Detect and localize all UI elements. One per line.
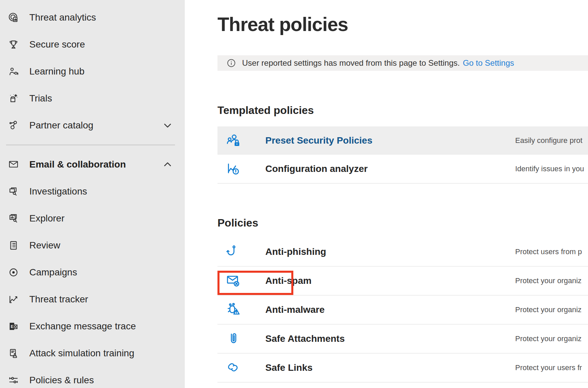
sidebar-item-label: Threat analytics [29,12,96,23]
sidebar-item-policies-rules[interactable]: Policies & rules [0,367,185,388]
policy-description: Protect your users fr [515,363,588,372]
investigations-icon [7,185,20,198]
section-heading-policies: Policies [217,217,588,229]
threat-analytics-icon [7,11,20,24]
safe-attachments-icon [217,331,265,347]
sidebar-item-trials[interactable]: Trials [0,85,185,112]
sidebar-item-label: Campaigns [29,267,77,278]
policy-row-preset-security-policies[interactable]: Preset Security Policies Easily configur… [217,126,588,155]
sidebar-item-learning-hub[interactable]: Learning hub [0,58,185,85]
anti-malware-icon [217,302,265,318]
attack-simulation-training-icon [7,347,20,359]
configuration-analyzer-icon [217,161,265,177]
section-heading-templated-policies: Templated policies [217,105,588,116]
policies-rules-icon [7,374,20,386]
policy-description: Protect your organiz [515,305,588,314]
secure-score-icon [7,38,20,51]
policy-row-anti-spam[interactable]: Anti-spam Protect your organiz [217,267,588,296]
policies-rows: Anti-phishing Protect users from p Anti-… [217,238,588,383]
anti-phishing-icon [217,244,265,260]
policy-title: Anti-phishing [265,246,515,257]
chevron-up-icon [163,159,173,170]
sidebar-item-label: Secure score [29,39,85,50]
sidebar-item-email-collaboration[interactable]: Email & collaboration [0,151,185,178]
sidebar-item-threat-analytics[interactable]: Threat analytics [0,4,185,31]
policy-description: Identify issues in you [515,165,588,173]
policy-title: Configuration analyzer [265,163,515,174]
sidebar-divider [6,145,175,145]
sidebar-item-exchange-message-trace[interactable]: E Exchange message trace [0,313,185,340]
sidebar-nav: Threat analytics Secure score Learning h… [0,0,185,388]
policy-row-anti-phishing[interactable]: Anti-phishing Protect users from p [217,238,588,267]
sidebar-item-label: Threat tracker [29,294,88,305]
email-collaboration-icon [7,158,20,171]
review-icon [7,239,20,251]
sidebar-item-label: Policies & rules [29,375,94,386]
info-icon [226,58,236,68]
policy-title: Preset Security Policies [265,135,515,146]
partner-catalog-icon [7,119,20,131]
main-content: Threat policies User reported settings h… [185,0,588,388]
policy-row-safe-attachments[interactable]: Safe Attachments Protect your organiz [217,325,588,354]
info-banner: User reported settings has moved from th… [217,55,588,71]
threat-tracker-icon [7,293,20,305]
policy-description: Protect your organiz [515,276,588,285]
sidebar-item-secure-score[interactable]: Secure score [0,31,185,58]
sidebar-item-campaigns[interactable]: Campaigns [0,259,185,286]
sidebar-item-label: Learning hub [29,66,84,77]
templated-policies-rows: Preset Security Policies Easily configur… [217,126,588,184]
sidebar-item-label: Review [29,240,60,251]
sidebar-item-attack-simulation-training[interactable]: Attack simulation training [0,340,185,367]
go-to-settings-link[interactable]: Go to Settings [463,58,514,68]
page-title: Threat policies [217,0,588,36]
sidebar-item-label: Exchange message trace [29,321,136,332]
exchange-message-trace-icon: E [7,320,20,332]
sidebar-item-investigations[interactable]: Investigations [0,178,185,205]
sidebar-item-label: Partner catalog [29,120,93,131]
policy-row-safe-links[interactable]: Safe Links Protect your users fr [217,354,588,383]
policy-title: Safe Attachments [265,333,515,344]
sidebar-item-label: Attack simulation training [29,348,134,359]
sidebar-item-label: Trials [29,93,52,104]
sidebar-item-label: Investigations [29,186,87,197]
policy-title: Anti-malware [265,304,515,315]
safe-links-icon [217,360,265,376]
policy-description: Easily configure prot [515,136,588,145]
policy-row-configuration-analyzer[interactable]: Configuration analyzer Identify issues i… [217,155,588,184]
campaigns-icon [7,266,20,278]
policy-row-anti-malware[interactable]: Anti-malware Protect your organiz [217,296,588,325]
anti-spam-icon [217,273,265,289]
preset-security-policies-icon [217,133,265,148]
sidebar-item-explorer[interactable]: Explorer [0,205,185,232]
sidebar-item-label: Explorer [29,213,64,224]
chevron-down-icon [163,120,173,130]
learning-hub-icon [7,65,20,78]
sidebar-item-label: Email & collaboration [29,159,126,170]
banner-text: User reported settings has moved from th… [242,58,460,68]
trials-icon [7,92,20,105]
policy-description: Protect your organiz [515,334,588,343]
sidebar-item-partner-catalog[interactable]: Partner catalog [0,112,185,139]
explorer-icon [7,212,20,225]
policy-title: Anti-spam [265,275,515,286]
policy-description: Protect users from p [515,247,588,256]
sidebar-item-review[interactable]: Review [0,232,185,259]
sidebar-item-threat-tracker[interactable]: Threat tracker [0,286,185,313]
svg-text:E: E [11,324,14,329]
policy-title: Safe Links [265,362,515,373]
